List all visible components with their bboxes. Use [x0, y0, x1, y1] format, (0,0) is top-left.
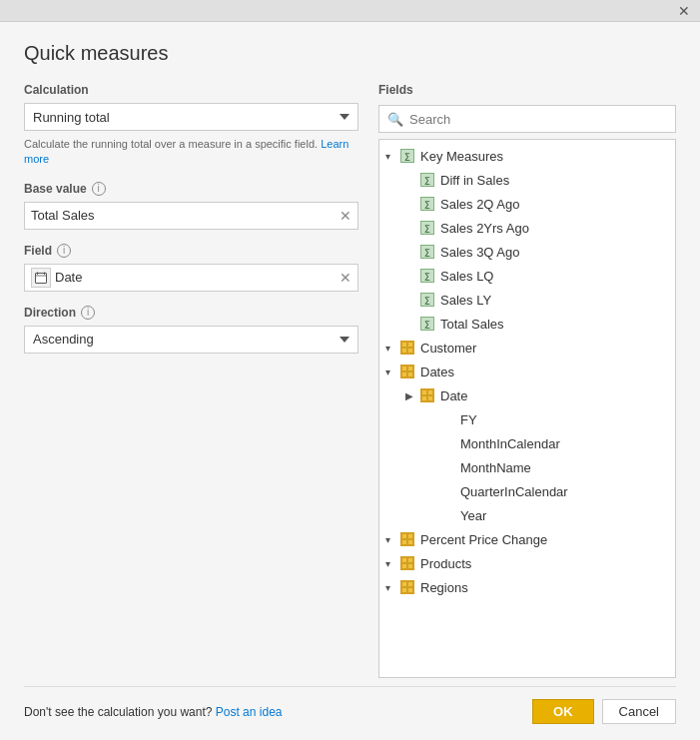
key-measures-label: Key Measures [420, 149, 503, 164]
quick-measures-dialog: ✕ Quick measures Calculation Running tot… [0, 0, 700, 740]
chevron-down-icon: ▾ [385, 367, 399, 377]
footer-text: Don't see the calculation you want? Post… [24, 705, 282, 719]
tree-group-key-measures[interactable]: ▾ ∑ Key Measures [379, 144, 675, 168]
tree-group-percent-price-change[interactable]: ▾ Percent Price Change [379, 527, 675, 551]
list-item[interactable]: QuarterInCalendar [419, 479, 675, 503]
measure-icon: ∑ [419, 196, 435, 212]
list-item[interactable]: MonthInCalendar [419, 431, 675, 455]
tree-group-customer[interactable]: ▾ Customer [379, 336, 675, 360]
month-name-label: MonthName [460, 460, 531, 475]
list-item[interactable]: ∑ Sales LQ [399, 264, 675, 288]
tree-group-date[interactable]: ▶ Date [399, 383, 675, 407]
base-value-clear-button[interactable]: ✕ [340, 209, 351, 223]
month-in-calendar-label: MonthInCalendar [460, 436, 560, 451]
measure-icon: ∑ [419, 316, 435, 332]
list-item[interactable]: Year [419, 503, 675, 527]
dates-label: Dates [420, 365, 454, 379]
chevron-right-icon: ▾ [385, 558, 399, 569]
chevron-right-icon: ▾ [385, 534, 399, 545]
dates-children: ▶ Date FY [379, 383, 675, 527]
direction-section: Direction i Ascending Descending [24, 306, 358, 354]
direction-info-icon: i [81, 306, 95, 320]
measure-icon: ∑ [419, 220, 435, 236]
tree-group-regions[interactable]: ▾ Regions [379, 575, 675, 599]
field-section: Field i Date ✕ [24, 244, 358, 292]
table-icon [399, 579, 415, 595]
measure-icon: ∑ [419, 172, 435, 188]
sales-3q-ago-label: Sales 3Q Ago [440, 245, 520, 260]
date-label: Date [440, 388, 467, 403]
percent-price-change-label: Percent Price Change [420, 532, 547, 547]
list-item[interactable]: ∑ Sales 2Q Ago [399, 192, 675, 216]
footer-buttons: OK Cancel [532, 699, 676, 724]
dialog-footer: Don't see the calculation you want? Post… [24, 686, 676, 724]
base-value-label: Base value [24, 182, 87, 196]
measure-icon: ∑ [400, 149, 414, 163]
fields-tree: ▾ ∑ Key Measures ∑ Diff in Sales [378, 139, 676, 678]
field-label: Field [24, 244, 52, 258]
field-input[interactable]: Date ✕ [24, 264, 358, 292]
measure-icon: ∑ [419, 292, 435, 308]
search-input[interactable] [409, 112, 667, 127]
base-value-input[interactable]: Total Sales ✕ [24, 202, 358, 230]
list-item[interactable]: ∑ Diff in Sales [399, 168, 675, 192]
table-icon [399, 364, 415, 379]
total-sales-label: Total Sales [440, 317, 504, 332]
table-icon [399, 531, 415, 547]
fy-label: FY [460, 412, 477, 427]
calculation-select[interactable]: Running total [24, 103, 358, 131]
sales-ly-label: Sales LY [440, 293, 491, 308]
cancel-button[interactable]: Cancel [602, 699, 676, 724]
table-icon [419, 387, 435, 403]
field-clear-button[interactable]: ✕ [340, 271, 351, 285]
svg-rect-2 [44, 272, 45, 275]
list-item[interactable]: ∑ Sales 3Q Ago [399, 240, 675, 264]
list-item[interactable]: ∑ Sales LY [399, 288, 675, 312]
calculation-label: Calculation [24, 83, 358, 97]
regions-label: Regions [420, 580, 468, 595]
list-item[interactable]: FY [419, 407, 675, 431]
field-date-icon[interactable] [31, 268, 51, 288]
base-value-info-icon: i [92, 182, 106, 196]
date-children: FY MonthInCalendar MonthName [399, 407, 675, 527]
chevron-down-icon: ▾ [385, 151, 399, 162]
ok-button[interactable]: OK [532, 699, 594, 724]
title-bar: ✕ [0, 0, 700, 22]
table-icon [399, 555, 415, 571]
calc-description: Calculate the running total over a measu… [24, 137, 358, 168]
close-button[interactable]: ✕ [674, 4, 694, 18]
search-box: 🔍 [378, 105, 676, 133]
diff-in-sales-label: Diff in Sales [440, 173, 509, 188]
base-value-text: Total Sales [31, 208, 340, 223]
post-idea-link[interactable]: Post an idea [216, 705, 283, 719]
list-item[interactable]: MonthName [419, 455, 675, 479]
tree-group-products[interactable]: ▾ Products [379, 551, 675, 575]
sales-lq-label: Sales LQ [440, 269, 493, 284]
list-item[interactable]: ∑ Total Sales [399, 312, 675, 336]
fields-label: Fields [378, 83, 676, 97]
right-column: Fields 🔍 ▾ ∑ Key Measures [378, 83, 676, 678]
sales-2yrs-ago-label: Sales 2Yrs Ago [440, 221, 529, 236]
measure-icon: ∑ [419, 244, 435, 260]
field-value-text: Date [55, 270, 340, 285]
base-value-section: Base value i Total Sales ✕ [24, 182, 358, 230]
table-icon [399, 340, 415, 356]
table-icon: ∑ [399, 148, 415, 164]
chevron-right-icon: ▾ [385, 582, 399, 593]
search-icon: 🔍 [387, 112, 403, 127]
measure-icon: ∑ [419, 268, 435, 284]
key-measures-children: ∑ Diff in Sales ∑ Sales 2Q Ago ∑ Sales 2… [379, 168, 675, 336]
chevron-right-icon: ▾ [385, 343, 399, 354]
direction-label: Direction [24, 306, 76, 320]
customer-label: Customer [420, 341, 476, 356]
left-column: Calculation Running total Calculate the … [24, 83, 358, 678]
year-label: Year [460, 508, 486, 523]
list-item[interactable]: ∑ Sales 2Yrs Ago [399, 216, 675, 240]
quarter-in-calendar-label: QuarterInCalendar [460, 484, 568, 499]
chevron-right-icon: ▶ [405, 390, 419, 401]
svg-rect-1 [37, 272, 38, 275]
tree-group-dates[interactable]: ▾ Dates [379, 360, 675, 383]
sales-2q-ago-label: Sales 2Q Ago [440, 197, 520, 212]
direction-select[interactable]: Ascending Descending [24, 326, 358, 354]
products-label: Products [420, 556, 471, 571]
